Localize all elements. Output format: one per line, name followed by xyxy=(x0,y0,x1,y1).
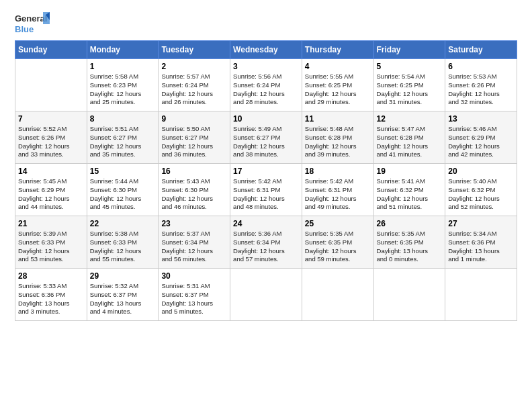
day-info: Sunrise: 5:56 AM Sunset: 6:24 PM Dayligh… xyxy=(233,73,299,107)
day-info: Sunrise: 5:41 AM Sunset: 6:32 PM Dayligh… xyxy=(377,177,443,212)
day-number: 6 xyxy=(448,62,514,71)
calendar-cell: 24Sunrise: 5:36 AM Sunset: 6:34 PM Dayli… xyxy=(230,216,302,269)
calendar-cell: 15Sunrise: 5:44 AM Sunset: 6:30 PM Dayli… xyxy=(87,164,159,216)
day-info: Sunrise: 5:45 AM Sunset: 6:29 PM Dayligh… xyxy=(18,177,84,212)
day-number: 11 xyxy=(305,114,371,124)
week-row-3: 14Sunrise: 5:45 AM Sunset: 6:29 PM Dayli… xyxy=(15,164,517,216)
day-number: 19 xyxy=(377,167,443,176)
weekday-header-wednesday: Wednesday xyxy=(230,41,302,59)
day-number: 7 xyxy=(18,114,84,124)
calendar-cell: 22Sunrise: 5:38 AM Sunset: 6:33 PM Dayli… xyxy=(87,216,159,269)
calendar-cell: 5Sunrise: 5:54 AM Sunset: 6:25 PM Daylig… xyxy=(373,59,445,111)
day-info: Sunrise: 5:36 AM Sunset: 6:34 PM Dayligh… xyxy=(233,230,299,264)
calendar-cell: 11Sunrise: 5:48 AM Sunset: 6:28 PM Dayli… xyxy=(302,111,373,164)
day-number: 22 xyxy=(90,219,156,228)
day-number: 13 xyxy=(448,114,514,124)
day-number: 15 xyxy=(90,167,156,176)
day-number: 1 xyxy=(90,62,156,71)
day-info: Sunrise: 5:35 AM Sunset: 6:35 PM Dayligh… xyxy=(305,230,371,264)
day-number: 26 xyxy=(377,219,443,228)
day-number: 3 xyxy=(233,62,299,71)
calendar-cell: 10Sunrise: 5:49 AM Sunset: 6:27 PM Dayli… xyxy=(230,111,302,164)
calendar-cell: 8Sunrise: 5:51 AM Sunset: 6:27 PM Daylig… xyxy=(87,111,159,164)
calendar-cell: 12Sunrise: 5:47 AM Sunset: 6:28 PM Dayli… xyxy=(373,111,445,164)
day-info: Sunrise: 5:38 AM Sunset: 6:33 PM Dayligh… xyxy=(90,230,156,264)
header: General Blue xyxy=(15,12,517,36)
day-info: Sunrise: 5:42 AM Sunset: 6:31 PM Dayligh… xyxy=(305,177,371,212)
calendar-cell: 17Sunrise: 5:42 AM Sunset: 6:31 PM Dayli… xyxy=(230,164,302,216)
weekday-header-friday: Friday xyxy=(373,41,445,59)
svg-text:Blue: Blue xyxy=(15,24,34,34)
calendar-cell: 18Sunrise: 5:42 AM Sunset: 6:31 PM Dayli… xyxy=(302,164,373,216)
day-info: Sunrise: 5:48 AM Sunset: 6:28 PM Dayligh… xyxy=(305,125,371,159)
calendar-cell xyxy=(373,269,445,321)
weekday-header-thursday: Thursday xyxy=(302,41,373,59)
day-info: Sunrise: 5:42 AM Sunset: 6:31 PM Dayligh… xyxy=(233,177,299,212)
page-container: General Blue SundayMondayTuesdayWednesda… xyxy=(0,0,532,330)
day-info: Sunrise: 5:35 AM Sunset: 6:35 PM Dayligh… xyxy=(377,230,443,264)
logo: General Blue xyxy=(15,12,50,36)
day-number: 29 xyxy=(90,271,156,281)
day-number: 28 xyxy=(18,271,84,281)
calendar-cell: 4Sunrise: 5:55 AM Sunset: 6:25 PM Daylig… xyxy=(302,59,373,111)
day-info: Sunrise: 5:53 AM Sunset: 6:26 PM Dayligh… xyxy=(448,73,514,107)
calendar-cell: 2Sunrise: 5:57 AM Sunset: 6:24 PM Daylig… xyxy=(159,59,230,111)
calendar-cell: 13Sunrise: 5:46 AM Sunset: 6:29 PM Dayli… xyxy=(445,111,517,164)
calendar-cell: 19Sunrise: 5:41 AM Sunset: 6:32 PM Dayli… xyxy=(373,164,445,216)
calendar-cell: 21Sunrise: 5:39 AM Sunset: 6:33 PM Dayli… xyxy=(15,216,87,269)
day-number: 12 xyxy=(377,114,443,124)
calendar-cell: 26Sunrise: 5:35 AM Sunset: 6:35 PM Dayli… xyxy=(373,216,445,269)
svg-text:General: General xyxy=(15,13,47,24)
day-number: 18 xyxy=(305,167,371,176)
day-number: 30 xyxy=(161,271,227,281)
day-number: 5 xyxy=(377,62,443,71)
calendar-cell: 16Sunrise: 5:43 AM Sunset: 6:30 PM Dayli… xyxy=(159,164,230,216)
calendar-cell: 7Sunrise: 5:52 AM Sunset: 6:26 PM Daylig… xyxy=(15,111,87,164)
day-info: Sunrise: 5:46 AM Sunset: 6:29 PM Dayligh… xyxy=(448,125,514,159)
day-info: Sunrise: 5:52 AM Sunset: 6:26 PM Dayligh… xyxy=(18,125,84,159)
calendar-cell: 30Sunrise: 5:31 AM Sunset: 6:37 PM Dayli… xyxy=(159,269,230,321)
day-info: Sunrise: 5:54 AM Sunset: 6:25 PM Dayligh… xyxy=(377,73,443,107)
week-row-2: 7Sunrise: 5:52 AM Sunset: 6:26 PM Daylig… xyxy=(15,111,517,164)
calendar-cell xyxy=(230,269,302,321)
day-info: Sunrise: 5:51 AM Sunset: 6:27 PM Dayligh… xyxy=(90,125,156,159)
calendar-cell: 28Sunrise: 5:33 AM Sunset: 6:36 PM Dayli… xyxy=(15,269,87,321)
calendar-cell: 14Sunrise: 5:45 AM Sunset: 6:29 PM Dayli… xyxy=(15,164,87,216)
calendar-cell xyxy=(445,269,517,321)
weekday-header-row: SundayMondayTuesdayWednesdayThursdayFrid… xyxy=(15,41,517,59)
week-row-5: 28Sunrise: 5:33 AM Sunset: 6:36 PM Dayli… xyxy=(15,269,517,321)
day-number: 25 xyxy=(305,219,371,228)
day-info: Sunrise: 5:43 AM Sunset: 6:30 PM Dayligh… xyxy=(161,177,227,212)
calendar-cell: 27Sunrise: 5:34 AM Sunset: 6:36 PM Dayli… xyxy=(445,216,517,269)
week-row-4: 21Sunrise: 5:39 AM Sunset: 6:33 PM Dayli… xyxy=(15,216,517,269)
calendar-cell: 23Sunrise: 5:37 AM Sunset: 6:34 PM Dayli… xyxy=(159,216,230,269)
day-number: 9 xyxy=(161,114,227,124)
day-number: 23 xyxy=(161,219,227,228)
day-info: Sunrise: 5:34 AM Sunset: 6:36 PM Dayligh… xyxy=(448,230,514,264)
calendar-cell: 6Sunrise: 5:53 AM Sunset: 6:26 PM Daylig… xyxy=(445,59,517,111)
logo-svg: General Blue xyxy=(15,12,50,36)
day-info: Sunrise: 5:33 AM Sunset: 6:36 PM Dayligh… xyxy=(18,282,84,316)
calendar-cell: 25Sunrise: 5:35 AM Sunset: 6:35 PM Dayli… xyxy=(302,216,373,269)
calendar-cell: 9Sunrise: 5:50 AM Sunset: 6:27 PM Daylig… xyxy=(159,111,230,164)
day-info: Sunrise: 5:50 AM Sunset: 6:27 PM Dayligh… xyxy=(161,125,227,159)
day-info: Sunrise: 5:37 AM Sunset: 6:34 PM Dayligh… xyxy=(161,230,227,264)
day-number: 10 xyxy=(233,114,299,124)
day-info: Sunrise: 5:39 AM Sunset: 6:33 PM Dayligh… xyxy=(18,230,84,264)
weekday-header-monday: Monday xyxy=(87,41,159,59)
day-number: 21 xyxy=(18,219,84,228)
calendar-cell xyxy=(302,269,373,321)
calendar-cell: 1Sunrise: 5:58 AM Sunset: 6:23 PM Daylig… xyxy=(87,59,159,111)
calendar-cell: 3Sunrise: 5:56 AM Sunset: 6:24 PM Daylig… xyxy=(230,59,302,111)
day-number: 2 xyxy=(161,62,227,71)
day-number: 24 xyxy=(233,219,299,228)
day-number: 20 xyxy=(448,167,514,176)
weekday-header-tuesday: Tuesday xyxy=(159,41,230,59)
day-number: 27 xyxy=(448,219,514,228)
weekday-header-saturday: Saturday xyxy=(445,41,517,59)
day-info: Sunrise: 5:31 AM Sunset: 6:37 PM Dayligh… xyxy=(161,282,227,316)
day-number: 4 xyxy=(305,62,371,71)
calendar-cell: 20Sunrise: 5:40 AM Sunset: 6:32 PM Dayli… xyxy=(445,164,517,216)
day-info: Sunrise: 5:58 AM Sunset: 6:23 PM Dayligh… xyxy=(90,73,156,107)
day-info: Sunrise: 5:49 AM Sunset: 6:27 PM Dayligh… xyxy=(233,125,299,159)
